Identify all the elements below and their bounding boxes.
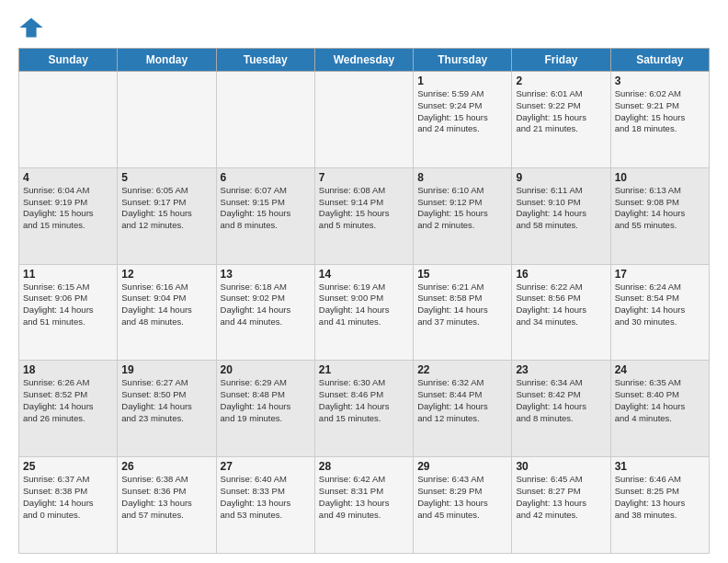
day-info: Sunrise: 6:29 AM Sunset: 8:48 PM Dayligh… [221,377,311,424]
calendar-cell: 18Sunrise: 6:26 AM Sunset: 8:52 PM Dayli… [19,361,118,457]
calendar-cell: 11Sunrise: 6:15 AM Sunset: 9:06 PM Dayli… [19,264,118,361]
logo-icon [18,15,44,40]
day-info: Sunrise: 6:32 AM Sunset: 8:44 PM Dayligh… [417,377,507,424]
day-info: Sunrise: 6:34 AM Sunset: 8:42 PM Dayligh… [516,377,606,424]
day-info: Sunrise: 6:30 AM Sunset: 8:46 PM Dayligh… [319,377,409,424]
day-info: Sunrise: 6:15 AM Sunset: 9:06 PM Dayligh… [23,282,113,328]
weekday-header-wednesday: Wednesday [314,49,413,72]
day-number: 21 [319,363,409,376]
calendar-cell: 25Sunrise: 6:37 AM Sunset: 8:38 PM Dayli… [19,457,118,554]
calendar-cell: 3Sunrise: 6:02 AM Sunset: 9:21 PM Daylig… [610,72,709,168]
calendar-cell [314,72,413,168]
calendar-cell: 12Sunrise: 6:16 AM Sunset: 9:04 PM Dayli… [118,264,216,361]
day-info: Sunrise: 6:13 AM Sunset: 9:08 PM Dayligh… [615,185,705,232]
weekday-header-friday: Friday [512,49,610,72]
weekday-header-sunday: Sunday [19,49,118,72]
day-info: Sunrise: 6:26 AM Sunset: 8:52 PM Dayligh… [23,377,113,424]
calendar-cell: 10Sunrise: 6:13 AM Sunset: 9:08 PM Dayli… [610,167,709,264]
day-number: 17 [615,268,705,281]
svg-marker-0 [19,18,42,38]
calendar-cell: 24Sunrise: 6:35 AM Sunset: 8:40 PM Dayli… [610,361,709,457]
calendar-cell [216,72,314,168]
day-info: Sunrise: 6:21 AM Sunset: 8:58 PM Dayligh… [417,282,507,328]
day-number: 25 [23,460,113,473]
calendar-cell: 13Sunrise: 6:18 AM Sunset: 9:02 PM Dayli… [216,264,314,361]
weekday-header-thursday: Thursday [414,49,512,72]
day-number: 30 [516,460,606,473]
day-number: 15 [417,268,507,281]
day-info: Sunrise: 6:42 AM Sunset: 8:31 PM Dayligh… [319,474,409,521]
day-info: Sunrise: 6:37 AM Sunset: 8:38 PM Dayligh… [23,474,113,521]
day-number: 8 [417,171,507,184]
day-info: Sunrise: 6:35 AM Sunset: 8:40 PM Dayligh… [615,377,705,424]
day-number: 29 [417,460,507,473]
day-info: Sunrise: 6:27 AM Sunset: 8:50 PM Dayligh… [121,377,211,424]
day-info: Sunrise: 6:19 AM Sunset: 9:00 PM Dayligh… [319,282,409,328]
day-info: Sunrise: 6:45 AM Sunset: 8:27 PM Dayligh… [516,474,606,521]
calendar-cell: 28Sunrise: 6:42 AM Sunset: 8:31 PM Dayli… [314,457,413,554]
calendar-cell [118,72,216,168]
day-number: 24 [615,363,705,376]
weekday-header-tuesday: Tuesday [216,49,314,72]
calendar-header: SundayMondayTuesdayWednesdayThursdayFrid… [19,49,710,72]
header [18,15,710,40]
calendar-cell: 30Sunrise: 6:45 AM Sunset: 8:27 PM Dayli… [512,457,610,554]
calendar-week-2: 4Sunrise: 6:04 AM Sunset: 9:19 PM Daylig… [19,167,710,264]
day-info: Sunrise: 6:18 AM Sunset: 9:02 PM Dayligh… [221,282,311,328]
calendar-cell: 31Sunrise: 6:46 AM Sunset: 8:25 PM Dayli… [610,457,709,554]
day-number: 9 [516,171,606,184]
calendar-cell: 19Sunrise: 6:27 AM Sunset: 8:50 PM Dayli… [118,361,216,457]
day-number: 28 [319,460,409,473]
calendar-cell: 5Sunrise: 6:05 AM Sunset: 9:17 PM Daylig… [118,167,216,264]
day-number: 31 [615,460,705,473]
calendar-cell: 1Sunrise: 5:59 AM Sunset: 9:24 PM Daylig… [414,72,512,168]
calendar-cell: 6Sunrise: 6:07 AM Sunset: 9:15 PM Daylig… [216,167,314,264]
calendar-cell: 23Sunrise: 6:34 AM Sunset: 8:42 PM Dayli… [512,361,610,457]
day-number: 11 [23,268,113,281]
calendar-cell: 4Sunrise: 6:04 AM Sunset: 9:19 PM Daylig… [19,167,118,264]
calendar-cell: 9Sunrise: 6:11 AM Sunset: 9:10 PM Daylig… [512,167,610,264]
weekday-header-monday: Monday [118,49,216,72]
calendar-week-3: 11Sunrise: 6:15 AM Sunset: 9:06 PM Dayli… [19,264,710,361]
day-number: 26 [121,460,211,473]
day-number: 4 [23,171,113,184]
calendar-cell: 21Sunrise: 6:30 AM Sunset: 8:46 PM Dayli… [314,361,413,457]
day-info: Sunrise: 6:04 AM Sunset: 9:19 PM Dayligh… [23,185,113,232]
day-number: 12 [121,268,211,281]
calendar-cell: 17Sunrise: 6:24 AM Sunset: 8:54 PM Dayli… [610,264,709,361]
day-info: Sunrise: 6:07 AM Sunset: 9:15 PM Dayligh… [221,185,311,232]
calendar-cell: 16Sunrise: 6:22 AM Sunset: 8:56 PM Dayli… [512,264,610,361]
calendar-cell: 14Sunrise: 6:19 AM Sunset: 9:00 PM Dayli… [314,264,413,361]
day-number: 20 [221,363,311,376]
calendar-cell: 7Sunrise: 6:08 AM Sunset: 9:14 PM Daylig… [314,167,413,264]
day-info: Sunrise: 6:43 AM Sunset: 8:29 PM Dayligh… [417,474,507,521]
weekday-header-saturday: Saturday [610,49,709,72]
day-number: 27 [221,460,311,473]
calendar-cell: 29Sunrise: 6:43 AM Sunset: 8:29 PM Dayli… [414,457,512,554]
day-info: Sunrise: 6:08 AM Sunset: 9:14 PM Dayligh… [319,185,409,232]
calendar-week-5: 25Sunrise: 6:37 AM Sunset: 8:38 PM Dayli… [19,457,710,554]
day-number: 18 [23,363,113,376]
day-number: 3 [615,75,705,87]
calendar-cell: 2Sunrise: 6:01 AM Sunset: 9:22 PM Daylig… [512,72,610,168]
day-info: Sunrise: 6:24 AM Sunset: 8:54 PM Dayligh… [615,282,705,328]
day-number: 1 [417,75,507,87]
day-info: Sunrise: 6:16 AM Sunset: 9:04 PM Dayligh… [121,282,211,328]
day-number: 7 [319,171,409,184]
calendar-table: SundayMondayTuesdayWednesdayThursdayFrid… [18,48,710,554]
calendar-cell [19,72,118,168]
day-number: 14 [319,268,409,281]
day-number: 5 [121,171,211,184]
day-number: 2 [516,75,606,87]
calendar-body: 1Sunrise: 5:59 AM Sunset: 9:24 PM Daylig… [19,72,710,554]
calendar-cell: 20Sunrise: 6:29 AM Sunset: 8:48 PM Dayli… [216,361,314,457]
page: SundayMondayTuesdayWednesdayThursdayFrid… [0,0,728,563]
day-number: 19 [121,363,211,376]
day-info: Sunrise: 6:05 AM Sunset: 9:17 PM Dayligh… [121,185,211,232]
day-number: 13 [221,268,311,281]
day-info: Sunrise: 6:11 AM Sunset: 9:10 PM Dayligh… [516,185,606,232]
calendar-cell: 27Sunrise: 6:40 AM Sunset: 8:33 PM Dayli… [216,457,314,554]
day-info: Sunrise: 6:40 AM Sunset: 8:33 PM Dayligh… [221,474,311,521]
calendar-week-4: 18Sunrise: 6:26 AM Sunset: 8:52 PM Dayli… [19,361,710,457]
weekday-row: SundayMondayTuesdayWednesdayThursdayFrid… [19,49,710,72]
